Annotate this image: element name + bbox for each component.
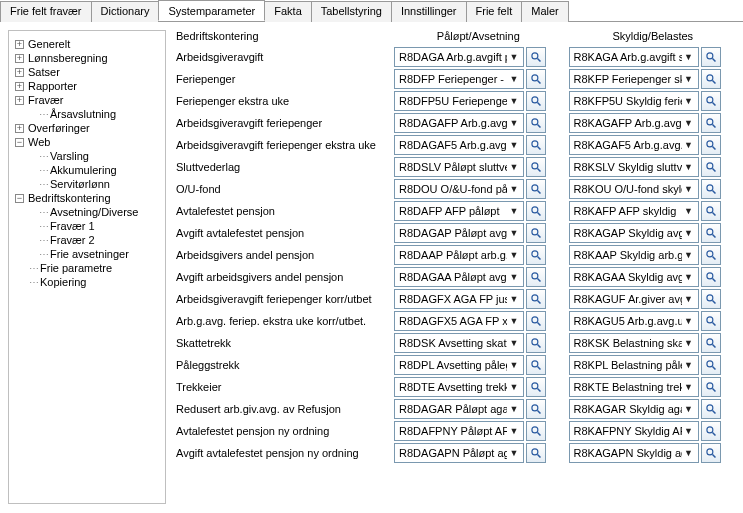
palopt-10-search-button[interactable] [526,267,546,287]
tree-item-web[interactable]: −Web [11,135,163,149]
palopt-15-combo[interactable]: R8DTE Avsetting trekkei▼ [394,377,524,397]
chevron-down-icon[interactable]: ▼ [682,291,696,307]
tab-fakta[interactable]: Fakta [264,1,312,22]
chevron-down-icon[interactable]: ▼ [682,423,696,439]
tree-item-varsling[interactable]: ⋯Varsling [11,149,163,163]
skyldig-1-combo[interactable]: R8KFP Feriepenger skyld▼ [569,69,699,89]
chevron-down-icon[interactable]: ▼ [507,93,521,109]
palopt-4-search-button[interactable] [526,135,546,155]
chevron-down-icon[interactable]: ▼ [682,71,696,87]
tree-item-servit-rl-nn[interactable]: ⋯Servitørlønn [11,177,163,191]
skyldig-0-combo[interactable]: R8KAGA Arb.g.avgift sky▼ [569,47,699,67]
palopt-4-combo[interactable]: R8DAGAF5 Arb.g.avg.på▼ [394,135,524,155]
skyldig-17-search-button[interactable] [701,421,721,441]
tree-item-l-nnsberegning[interactable]: +Lønnsberegning [11,51,163,65]
tree-item-frie-avsetninger[interactable]: ⋯Frie avsetninger [11,247,163,261]
expand-icon[interactable]: + [15,124,24,133]
expand-icon[interactable]: + [15,54,24,63]
palopt-8-search-button[interactable] [526,223,546,243]
palopt-11-search-button[interactable] [526,289,546,309]
chevron-down-icon[interactable]: ▼ [507,247,521,263]
skyldig-18-combo[interactable]: R8KAGAPN Skyldig aga▼ [569,443,699,463]
skyldig-6-combo[interactable]: R8KOU O/U-fond skyldig▼ [569,179,699,199]
skyldig-10-combo[interactable]: R8KAGAA Skyldig avg a▼ [569,267,699,287]
palopt-15-search-button[interactable] [526,377,546,397]
tree-item-avsetning-diverse[interactable]: ⋯Avsetning/Diverse [11,205,163,219]
skyldig-3-combo[interactable]: R8KAGAFP Arb.g.avg.av▼ [569,113,699,133]
skyldig-18-search-button[interactable] [701,443,721,463]
skyldig-13-search-button[interactable] [701,333,721,353]
chevron-down-icon[interactable]: ▼ [507,137,521,153]
palopt-9-combo[interactable]: R8DAAP Påløpt arb.g. ar▼ [394,245,524,265]
palopt-7-search-button[interactable] [526,201,546,221]
skyldig-7-combo[interactable]: R8KAFP AFP skyldig▼ [569,201,699,221]
tree-item-frav-r[interactable]: +Fravær [11,93,163,107]
palopt-2-search-button[interactable] [526,91,546,111]
palopt-6-search-button[interactable] [526,179,546,199]
skyldig-9-combo[interactable]: R8KAAP Skyldig arb.g ar▼ [569,245,699,265]
skyldig-16-search-button[interactable] [701,399,721,419]
chevron-down-icon[interactable]: ▼ [507,379,521,395]
chevron-down-icon[interactable]: ▼ [682,49,696,65]
skyldig-7-search-button[interactable] [701,201,721,221]
skyldig-5-combo[interactable]: R8KSLV Skyldig sluttved▼ [569,157,699,177]
chevron-down-icon[interactable]: ▼ [507,181,521,197]
chevron-down-icon[interactable]: ▼ [507,335,521,351]
chevron-down-icon[interactable]: ▼ [682,93,696,109]
tab-innstillinger[interactable]: Innstillinger [391,1,467,22]
chevron-down-icon[interactable]: ▼ [682,313,696,329]
tree-item-kopiering[interactable]: ⋯Kopiering [11,275,163,289]
chevron-down-icon[interactable]: ▼ [682,203,696,219]
skyldig-9-search-button[interactable] [701,245,721,265]
palopt-13-combo[interactable]: R8DSK Avsetting skatt▼ [394,333,524,353]
skyldig-8-combo[interactable]: R8KAGAP Skyldig avg a▼ [569,223,699,243]
skyldig-17-combo[interactable]: R8KAFPNY Skyldig AFP▼ [569,421,699,441]
skyldig-4-combo[interactable]: R8KAGAF5 Arb.g.avg.av▼ [569,135,699,155]
skyldig-1-search-button[interactable] [701,69,721,89]
chevron-down-icon[interactable]: ▼ [682,401,696,417]
skyldig-4-search-button[interactable] [701,135,721,155]
skyldig-10-search-button[interactable] [701,267,721,287]
skyldig-5-search-button[interactable] [701,157,721,177]
skyldig-2-combo[interactable]: R8KFP5U Skyldig feriep.▼ [569,91,699,111]
expand-icon[interactable]: + [15,68,24,77]
tab-maler[interactable]: Maler [521,1,569,22]
skyldig-15-combo[interactable]: R8KTE Belastning trekke▼ [569,377,699,397]
skyldig-14-combo[interactable]: R8KPL Belastning pålegg▼ [569,355,699,375]
tree-item-rapporter[interactable]: +Rapporter [11,79,163,93]
expand-icon[interactable]: + [15,40,24,49]
chevron-down-icon[interactable]: ▼ [682,137,696,153]
chevron-down-icon[interactable]: ▼ [682,335,696,351]
palopt-11-combo[interactable]: R8DAGFX AGA FP juster▼ [394,289,524,309]
collapse-icon[interactable]: − [15,194,24,203]
palopt-14-combo[interactable]: R8DPL Avsetting pålegg▼ [394,355,524,375]
skyldig-14-search-button[interactable] [701,355,721,375]
palopt-18-combo[interactable]: R8DAGAPN Påløpt aga▼ [394,443,524,463]
chevron-down-icon[interactable]: ▼ [682,181,696,197]
palopt-18-search-button[interactable] [526,443,546,463]
tree-item-akkumulering[interactable]: ⋯Akkumulering [11,163,163,177]
chevron-down-icon[interactable]: ▼ [507,423,521,439]
chevron-down-icon[interactable]: ▼ [507,71,521,87]
skyldig-2-search-button[interactable] [701,91,721,111]
tab-tabellstyring[interactable]: Tabellstyring [311,1,392,22]
palopt-6-combo[interactable]: R8DOU O/&U-fond påløp▼ [394,179,524,199]
palopt-8-combo[interactable]: R8DAGAP Påløpt avg ar▼ [394,223,524,243]
chevron-down-icon[interactable]: ▼ [507,445,521,461]
palopt-0-combo[interactable]: R8DAGA Arb.g.avgift på▼ [394,47,524,67]
tab-frie-felt-fravær[interactable]: Frie felt fravær [0,1,92,22]
skyldig-11-combo[interactable]: R8KAGUF Ar.giver avg. u▼ [569,289,699,309]
chevron-down-icon[interactable]: ▼ [507,401,521,417]
skyldig-0-search-button[interactable] [701,47,721,67]
chevron-down-icon[interactable]: ▼ [682,269,696,285]
palopt-17-combo[interactable]: R8DAFPNY Påløpt AFP▼ [394,421,524,441]
palopt-0-search-button[interactable] [526,47,546,67]
skyldig-16-combo[interactable]: R8KAGAR Skyldig aga re▼ [569,399,699,419]
palopt-10-combo[interactable]: R8DAGAA Påløpt avg ar▼ [394,267,524,287]
chevron-down-icon[interactable]: ▼ [507,159,521,175]
tree-item-bedriftskontering[interactable]: −Bedriftskontering [11,191,163,205]
palopt-14-search-button[interactable] [526,355,546,375]
skyldig-3-search-button[interactable] [701,113,721,133]
palopt-17-search-button[interactable] [526,421,546,441]
tree-item-frie-parametre[interactable]: ⋯Frie parametre [11,261,163,275]
